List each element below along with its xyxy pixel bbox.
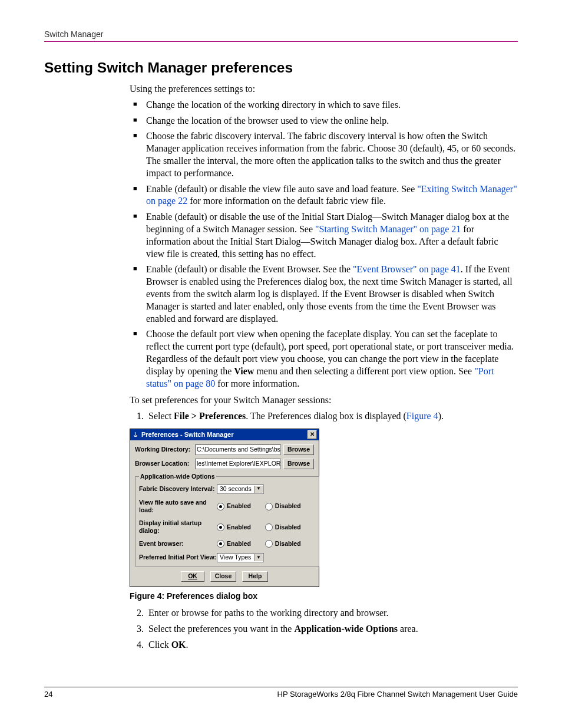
radio-icon (265, 540, 273, 548)
ok-bold: OK (171, 640, 186, 650)
radio-icon (217, 503, 224, 510)
eb-disabled-radio[interactable]: Disabled (265, 540, 301, 548)
figure-caption: Figure 4: Preferences dialog box (130, 591, 518, 601)
preferences-dialog: Preferences - Switch Manager ✕ Working D… (130, 429, 319, 587)
disd-disabled-radio[interactable]: Disabled (265, 523, 301, 532)
radio-text: Enabled (227, 502, 251, 510)
text: Enable (default) or disable the view fil… (146, 184, 417, 194)
page-number: 24 (44, 690, 52, 699)
dialog-title: Preferences - Switch Manager (141, 430, 234, 439)
application-options-fieldset: Application-wide Options Fabric Discover… (135, 473, 319, 566)
list-item: Select File > Preferences. The Preferenc… (146, 410, 518, 423)
link-starting-switch-manager[interactable]: "Starting Switch Manager" on page 21 (315, 224, 461, 234)
radio-icon (265, 523, 273, 531)
link-figure-4[interactable]: Figure 4 (406, 411, 438, 421)
radio-text: Enabled (227, 523, 251, 532)
procedure-list-cont: Enter or browse for paths to the working… (130, 607, 518, 651)
list-item: Select the preferences you want in the A… (146, 623, 518, 635)
browser-location-input[interactable]: les\Internet Explorer\IEXPLORE.EXE (195, 459, 281, 469)
dialog-titlebar: Preferences - Switch Manager ✕ (130, 429, 319, 440)
eb-enabled-radio[interactable]: Enabled (217, 540, 251, 548)
list-item: Enable (default) or disable the view fil… (130, 183, 518, 208)
list-item: Change the location of the working direc… (130, 99, 518, 111)
vfas-disabled-radio[interactable]: Disabled (265, 502, 301, 510)
dropdown-value: 30 seconds (220, 485, 252, 493)
fieldset-legend: Application-wide Options (139, 473, 216, 481)
list-item: Choose the default port view when openin… (130, 328, 518, 390)
radio-icon (265, 503, 273, 510)
section-title: Setting Switch Manager preferences (44, 60, 518, 76)
disd-enabled-radio[interactable]: Enabled (217, 523, 251, 532)
help-button[interactable]: Help (242, 571, 268, 582)
link-event-browser[interactable]: "Event Browser" on page 41 (353, 264, 461, 274)
close-button[interactable]: ✕ (308, 430, 317, 439)
text: Select (148, 411, 174, 421)
browse-wd-button[interactable]: Browse (283, 444, 314, 455)
radio-text: Disabled (275, 502, 301, 510)
text: . The Preferences dialog box is displaye… (246, 411, 406, 421)
browse-bl-button[interactable]: Browse (283, 459, 314, 469)
text: menu and then selecting a different port… (254, 366, 474, 376)
doc-title: HP StorageWorks 2/8q Fibre Channel Switc… (277, 690, 518, 699)
working-directory-input[interactable]: C:\Documents and Settings\bsmith (195, 444, 281, 455)
dropdown-value: View Types (220, 554, 251, 562)
event-browser-label: Event browser: (139, 540, 217, 548)
browser-location-label: Browser Location: (135, 460, 193, 468)
preferred-port-view-label: Preferred Initial Port View: (139, 554, 217, 562)
procedure-intro: To set preferences for your Switch Manag… (130, 394, 518, 407)
list-item: Enable (default) or disable the Event Br… (130, 263, 518, 325)
list-item: Enable (default) or disable the use of t… (130, 211, 518, 260)
text: for more information on the default fabr… (187, 196, 386, 206)
list-item: Choose the fabric discovery interval. Th… (130, 130, 518, 179)
text: . (186, 640, 189, 650)
text: Click (148, 640, 171, 650)
text: Select the preferences you want in the (148, 624, 294, 634)
header-rule (44, 41, 518, 42)
radio-text: Disabled (275, 523, 301, 532)
vfas-enabled-radio[interactable]: Enabled (217, 502, 251, 510)
chevron-down-icon: ▼ (254, 554, 263, 561)
radio-text: Disabled (275, 540, 301, 548)
text: for more information. (215, 378, 299, 388)
radio-text: Enabled (227, 540, 251, 548)
list-item: Enter or browse for paths to the working… (146, 607, 518, 620)
working-directory-label: Working Directory: (135, 446, 193, 454)
view-menu-bold: View (234, 366, 254, 376)
view-file-autosave-label: View file auto save and load: (139, 499, 217, 515)
intro-text: Using the preferences settings to: (130, 83, 518, 95)
startup-dialog-label: Display initial startup dialog: (139, 519, 217, 535)
running-header: Switch Manager (44, 29, 518, 39)
preferred-port-view-dropdown[interactable]: View Types ▼ (217, 553, 264, 562)
list-item: Click OK. (146, 639, 518, 651)
bullet-list: Change the location of the working direc… (130, 99, 518, 390)
fabric-discovery-dropdown[interactable]: 30 seconds ▼ (217, 485, 264, 494)
radio-icon (217, 523, 224, 531)
fabric-discovery-label: Fabric Discovery Interval: (139, 485, 217, 493)
list-item: Change the location of the browser used … (130, 115, 518, 127)
chevron-down-icon: ▼ (254, 486, 263, 493)
java-icon (132, 431, 139, 438)
file-preferences-bold: File > Preferences (174, 411, 246, 421)
text: Enable (default) or disable the Event Br… (146, 264, 353, 274)
procedure-list: Select File > Preferences. The Preferenc… (130, 410, 518, 423)
ok-button[interactable]: OK (181, 571, 204, 582)
close-button-dlg[interactable]: Close (210, 571, 236, 582)
app-wide-options-bold: Application-wide Options (294, 624, 398, 634)
text: area. (398, 624, 418, 634)
radio-icon (217, 540, 224, 548)
page-footer: 24 HP StorageWorks 2/8q Fibre Channel Sw… (44, 687, 518, 699)
text: ). (438, 411, 444, 421)
